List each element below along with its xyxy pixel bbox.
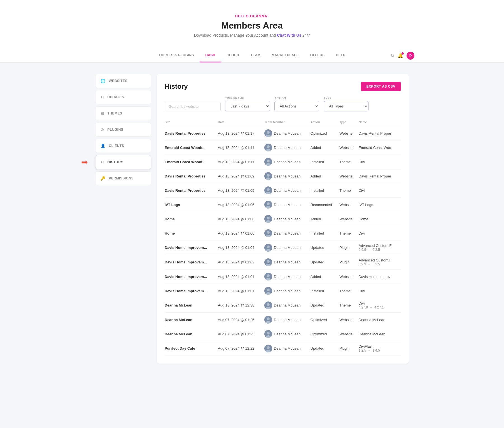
col-action: Action bbox=[311, 118, 339, 126]
cell-type: Website bbox=[339, 313, 358, 327]
cell-site: Purrfect Day Cafe bbox=[165, 341, 218, 356]
sidebar-item-plugins[interactable]: ⊙ PLUGINS bbox=[95, 123, 151, 137]
table-row: Davis Home Improvem... Aug 13, 2024 @ 01… bbox=[165, 240, 401, 255]
avatar[interactable]: D bbox=[407, 52, 414, 60]
cell-type: Website bbox=[339, 212, 358, 226]
history-header: History EXPORT AS CSV bbox=[165, 82, 401, 91]
cell-type: Plugin bbox=[339, 240, 358, 255]
sidebar-label-updates: UPDATES bbox=[108, 95, 124, 99]
svg-point-22 bbox=[267, 231, 270, 234]
cell-team: Deanna McLean bbox=[264, 183, 311, 198]
tab-themes-plugins[interactable]: THEMES & PLUGINS bbox=[153, 49, 200, 62]
table-row: Davis Home Improvem... Aug 13, 2024 @ 01… bbox=[165, 255, 401, 270]
team-name: Deanna McLean bbox=[274, 160, 300, 164]
cell-action: Added bbox=[311, 141, 339, 155]
cell-team: Deanna McLean bbox=[264, 270, 311, 284]
svg-point-46 bbox=[267, 346, 270, 349]
tab-offers[interactable]: OFFERS bbox=[305, 49, 330, 62]
cell-date: Aug 13, 2024 @ 01:01 bbox=[218, 284, 264, 298]
cell-date: Aug 13, 2024 @ 01:09 bbox=[218, 183, 264, 198]
cell-action: Optimized bbox=[311, 313, 339, 327]
team-name: Deanna McLean bbox=[274, 203, 300, 207]
cell-site: Emerald Coast Woodt... bbox=[165, 155, 218, 169]
sidebar-item-themes[interactable]: ⊞ THEMES bbox=[95, 106, 151, 120]
cell-team: Deanna McLean bbox=[264, 212, 311, 226]
cell-action: Installed bbox=[311, 155, 339, 169]
cell-action: Added bbox=[311, 270, 339, 284]
cell-name: Davis Rental Proper bbox=[359, 169, 401, 183]
action-select[interactable]: All Actions Added Updated Installed Opti… bbox=[274, 101, 319, 111]
team-avatar bbox=[264, 287, 272, 295]
team-name: Deanna McLean bbox=[274, 318, 300, 322]
cell-site: Davis Rental Properties bbox=[165, 183, 218, 198]
table-row: Home Aug 13, 2024 @ 01:06 Deanna McLean … bbox=[165, 212, 401, 226]
table-row: IVT Logs Aug 13, 2024 @ 01:06 Deanna McL… bbox=[165, 198, 401, 212]
svg-point-40 bbox=[267, 317, 270, 320]
history-title: History bbox=[165, 83, 188, 90]
type-label: TYPE bbox=[324, 97, 368, 100]
team-avatar bbox=[264, 345, 272, 352]
notification-dot bbox=[402, 52, 404, 55]
cell-action: Updated bbox=[311, 341, 339, 356]
cell-team: Deanna McLean bbox=[264, 198, 311, 212]
version-from: 5.9.9 bbox=[359, 262, 366, 266]
tab-dash[interactable]: DASH bbox=[200, 49, 221, 62]
cell-site: IVT Logs bbox=[165, 198, 218, 212]
notifications-icon[interactable]: 🔔 bbox=[398, 53, 403, 58]
sidebar-item-history[interactable]: ↻ HISTORY bbox=[95, 155, 151, 169]
team-avatar bbox=[264, 201, 272, 209]
sidebar-label-clients: CLIENTS bbox=[109, 144, 124, 148]
sidebar-label-history: HISTORY bbox=[108, 160, 123, 164]
team-avatar bbox=[264, 330, 272, 338]
team-avatar bbox=[264, 258, 272, 266]
sidebar-item-updates[interactable]: ↻ UPDATES bbox=[95, 90, 151, 104]
cell-name: Davis Rental Proper bbox=[359, 126, 401, 141]
arrow-icon: → bbox=[368, 349, 371, 352]
team-name: Deanna McLean bbox=[274, 275, 300, 279]
export-csv-button[interactable]: EXPORT AS CSV bbox=[361, 82, 401, 91]
cell-date: Aug 13, 2024 @ 01:17 bbox=[218, 126, 264, 141]
permissions-icon: 🔑 bbox=[101, 176, 106, 181]
type-select[interactable]: All Types Website Theme Plugin bbox=[324, 101, 368, 111]
col-team: Team Member bbox=[264, 118, 311, 126]
svg-point-16 bbox=[267, 202, 270, 205]
tab-cloud[interactable]: CLOUD bbox=[221, 49, 245, 62]
timeframe-select[interactable]: Last 7 days Last 14 days Last 30 days La… bbox=[225, 101, 270, 111]
history-icon: ↻ bbox=[101, 160, 104, 164]
tab-help[interactable]: HELP bbox=[330, 49, 351, 62]
cell-action: Installed bbox=[311, 284, 339, 298]
team-avatar bbox=[264, 229, 272, 237]
cell-type: Website bbox=[339, 141, 358, 155]
team-name: Deanna McLean bbox=[274, 174, 300, 178]
cell-date: Aug 13, 2024 @ 01:11 bbox=[218, 155, 264, 169]
search-input[interactable] bbox=[165, 102, 221, 111]
version-to: 4.27.1 bbox=[374, 305, 384, 309]
cell-action: Optimized bbox=[311, 126, 339, 141]
team-name: Deanna McLean bbox=[274, 146, 300, 150]
team-name: Deanna McLean bbox=[274, 346, 300, 350]
sidebar-label-themes: THEMES bbox=[108, 111, 122, 115]
cell-team: Deanna McLean bbox=[264, 298, 311, 313]
sidebar-label-plugins: PLUGINS bbox=[108, 128, 123, 132]
col-site: Site bbox=[165, 118, 218, 126]
cell-site: Davis Rental Properties bbox=[165, 126, 218, 141]
refresh-icon[interactable]: ↻ bbox=[391, 53, 394, 58]
cell-action: Updated bbox=[311, 298, 339, 313]
team-avatar bbox=[264, 215, 272, 223]
table-row: Deanna McLean Aug 07, 2024 @ 01:25 Deann… bbox=[165, 313, 401, 327]
sidebar-item-websites[interactable]: 🌐 WEBSITES bbox=[95, 74, 151, 88]
team-avatar bbox=[264, 186, 272, 194]
cell-site: Deanna McLean bbox=[165, 327, 218, 341]
tab-team[interactable]: TEAM bbox=[245, 49, 266, 62]
cell-site: Davis Home Improvem... bbox=[165, 284, 218, 298]
team-avatar bbox=[264, 158, 272, 166]
cell-date: Aug 07, 2024 @ 01:25 bbox=[218, 327, 264, 341]
table-row: Home Aug 13, 2024 @ 01:06 Deanna McLean … bbox=[165, 226, 401, 240]
cell-team: Deanna McLean bbox=[264, 240, 311, 255]
cell-action: Installed bbox=[311, 226, 339, 240]
version-to: 1.4.5 bbox=[372, 349, 380, 352]
sidebar-item-permissions[interactable]: 🔑 PERMISSIONS bbox=[95, 171, 151, 185]
sidebar-item-clients[interactable]: 👤 CLIENTS bbox=[95, 139, 151, 153]
tab-marketplace[interactable]: MARKETPLACE bbox=[266, 49, 305, 62]
chat-link[interactable]: Chat With Us bbox=[277, 33, 301, 38]
